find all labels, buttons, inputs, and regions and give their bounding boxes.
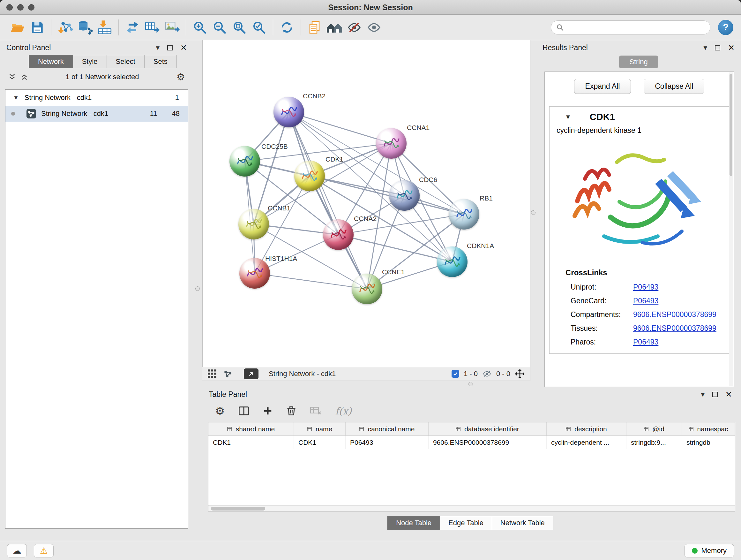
tab-select[interactable]: Select bbox=[107, 55, 145, 68]
export-image-button[interactable] bbox=[162, 17, 182, 37]
help-button[interactable]: ? bbox=[718, 20, 733, 35]
minimize-window-button[interactable] bbox=[17, 4, 23, 10]
table-cell[interactable]: cyclin-dependent ... bbox=[547, 436, 626, 449]
crosslink-link[interactable]: P06493 bbox=[633, 283, 658, 292]
zoom-selected-button[interactable] bbox=[249, 17, 269, 37]
search-box[interactable] bbox=[551, 20, 711, 35]
import-network-file-button[interactable] bbox=[55, 17, 75, 37]
network-edge[interactable] bbox=[255, 273, 367, 289]
entry-disclosure-icon[interactable]: ▼ bbox=[565, 113, 571, 121]
network-node-CCNB2[interactable] bbox=[273, 97, 304, 127]
delete-column-icon[interactable] bbox=[286, 406, 296, 416]
export-table-button[interactable] bbox=[142, 17, 162, 37]
gear-icon[interactable]: ⚙ bbox=[177, 72, 185, 82]
network-node-CCNB1[interactable] bbox=[239, 209, 269, 240]
open-session-button[interactable] bbox=[8, 17, 27, 37]
collapse-all-button[interactable]: Collapse All bbox=[644, 79, 704, 94]
network-node-CCNE1[interactable] bbox=[352, 273, 382, 304]
network-node-CCNA2[interactable] bbox=[323, 219, 354, 250]
show-all-networks-button[interactable] bbox=[325, 17, 344, 37]
export-network-button[interactable] bbox=[123, 17, 142, 37]
network-collection-row[interactable]: ▼ String Network - cdk1 1 bbox=[5, 90, 188, 106]
tab-network-table[interactable]: Network Table bbox=[492, 516, 553, 530]
table-cell[interactable]: CDK1 bbox=[294, 436, 346, 449]
tab-sets[interactable]: Sets bbox=[145, 55, 177, 68]
table-cell[interactable]: CDK1 bbox=[208, 436, 294, 449]
panel-collapse-icon[interactable]: ▾ bbox=[704, 44, 708, 52]
panel-close-icon[interactable]: ✕ bbox=[728, 43, 735, 52]
column-header[interactable]: name bbox=[294, 422, 346, 435]
hide-graphics-details-button[interactable] bbox=[344, 17, 364, 37]
warnings-button[interactable]: ⚠ bbox=[34, 544, 54, 557]
network-edge[interactable] bbox=[289, 112, 367, 289]
function-builder-icon[interactable]: f(x) bbox=[335, 406, 351, 417]
bottom-splitter-handle[interactable] bbox=[468, 382, 473, 386]
panel-float-icon[interactable] bbox=[712, 392, 718, 397]
table-cell[interactable]: stringdb bbox=[682, 436, 735, 449]
column-header[interactable]: canonical name bbox=[346, 422, 428, 435]
panel-collapse-icon[interactable]: ▾ bbox=[156, 44, 160, 52]
disclosure-triangle-icon[interactable]: ▼ bbox=[13, 95, 19, 101]
add-column-icon[interactable] bbox=[263, 406, 273, 416]
table-settings-gear-icon[interactable]: ⚙ bbox=[215, 406, 225, 416]
show-graphics-details-button[interactable] bbox=[364, 17, 384, 37]
expand-all-button[interactable]: Expand All bbox=[574, 79, 631, 94]
save-session-button[interactable] bbox=[27, 17, 47, 37]
scrollbar-thumb[interactable] bbox=[730, 74, 732, 176]
show-columns-icon[interactable] bbox=[239, 406, 249, 416]
network-node-CDC6[interactable] bbox=[389, 180, 420, 211]
panel-close-icon[interactable]: ✕ bbox=[725, 390, 732, 399]
collapse-all-icon[interactable] bbox=[8, 73, 16, 81]
expand-all-icon[interactable] bbox=[20, 73, 28, 81]
zoom-out-button[interactable] bbox=[210, 17, 229, 37]
column-header[interactable]: description bbox=[547, 422, 626, 435]
tab-edge-table[interactable]: Edge Table bbox=[440, 516, 492, 530]
tab-string[interactable]: String bbox=[619, 56, 658, 68]
network-edge[interactable] bbox=[310, 176, 464, 214]
crosslink-link[interactable]: 9606.ENSP00000378699 bbox=[633, 310, 717, 319]
import-network-database-button[interactable] bbox=[75, 17, 95, 37]
column-header[interactable]: @id bbox=[626, 422, 682, 435]
zoom-window-button[interactable] bbox=[28, 4, 35, 10]
grid-mode-icon[interactable] bbox=[207, 369, 217, 379]
panel-close-icon[interactable]: ✕ bbox=[180, 43, 187, 52]
cloud-status-button[interactable]: ☁ bbox=[7, 544, 27, 557]
clone-network-button[interactable] bbox=[305, 17, 325, 37]
network-edge[interactable] bbox=[289, 112, 391, 143]
table-row[interactable]: CDK1 CDK1 P06493 9606.ENSP00000378699 cy… bbox=[208, 436, 735, 449]
right-splitter-handle[interactable] bbox=[531, 210, 536, 215]
zoom-in-button[interactable] bbox=[190, 17, 210, 37]
network-node-CDK1[interactable] bbox=[294, 161, 325, 191]
search-input[interactable] bbox=[567, 23, 705, 32]
scrollbar-thumb[interactable] bbox=[211, 507, 265, 510]
left-splitter-handle[interactable] bbox=[195, 287, 200, 291]
selected-checkbox[interactable] bbox=[452, 370, 459, 378]
column-header[interactable]: database identifier bbox=[428, 422, 547, 435]
memory-button[interactable]: Memory bbox=[684, 544, 734, 557]
column-header[interactable]: shared name bbox=[208, 422, 294, 435]
birdseye-view-icon[interactable] bbox=[223, 369, 233, 379]
crosslink-link[interactable]: P06493 bbox=[633, 338, 658, 347]
network-row-selected[interactable]: String Network - cdk1 11 48 bbox=[5, 106, 188, 122]
panel-float-icon[interactable] bbox=[715, 45, 720, 51]
network-node-CDKN1A[interactable] bbox=[437, 246, 468, 277]
vertical-scrollbar[interactable] bbox=[729, 72, 733, 386]
close-window-button[interactable] bbox=[6, 4, 13, 10]
import-table-button[interactable] bbox=[95, 17, 115, 37]
pan-move-icon[interactable] bbox=[515, 369, 525, 379]
zoom-fit-button[interactable] bbox=[229, 17, 249, 37]
column-header[interactable]: namespac bbox=[682, 422, 735, 435]
crosslink-link[interactable]: 9606.ENSP00000378699 bbox=[633, 324, 717, 333]
tab-node-table[interactable]: Node Table bbox=[387, 516, 440, 530]
crosslink-link[interactable]: P06493 bbox=[633, 297, 658, 305]
panel-collapse-icon[interactable]: ▾ bbox=[701, 390, 705, 399]
tab-network[interactable]: Network bbox=[29, 55, 73, 68]
refresh-layout-button[interactable] bbox=[277, 17, 297, 37]
panel-float-icon[interactable] bbox=[167, 45, 173, 51]
horizontal-scrollbar[interactable] bbox=[208, 505, 735, 511]
table-cell[interactable]: stringdb:9... bbox=[626, 436, 682, 449]
network-node-CCNA1[interactable] bbox=[376, 128, 407, 159]
table-cell[interactable]: 9606.ENSP00000378699 bbox=[428, 436, 547, 449]
network-canvas[interactable]: CCNB2CCNA1CDC25BCDK1CDC6RB1CCNB1CCNA2CDK… bbox=[202, 40, 530, 367]
network-node-CDC25B[interactable] bbox=[229, 146, 260, 177]
